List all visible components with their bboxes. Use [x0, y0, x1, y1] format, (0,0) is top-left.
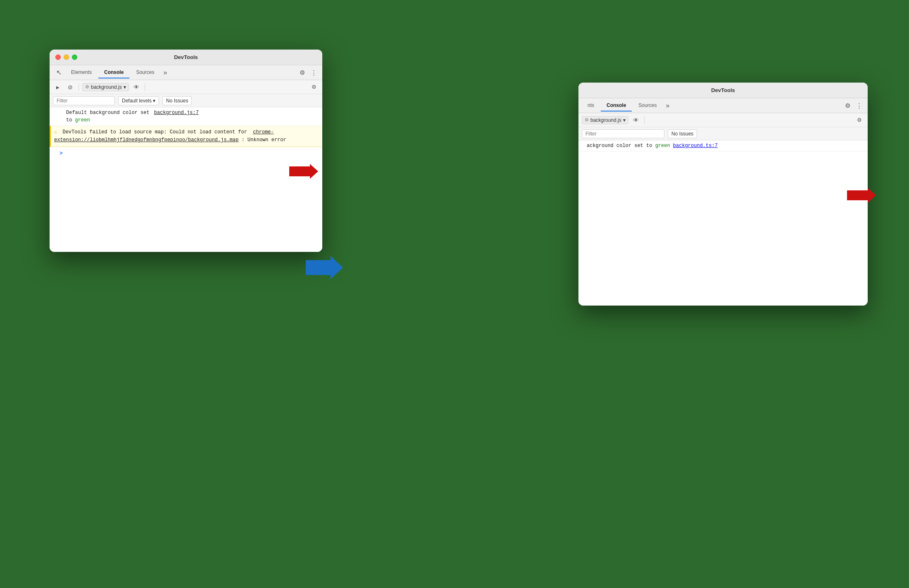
- run-button[interactable]: [53, 82, 63, 92]
- svg-marker-0: [289, 164, 318, 179]
- eye-icon: 👁: [133, 84, 139, 90]
- play-icon: [56, 84, 59, 90]
- tab-elements[interactable]: Elements: [65, 67, 98, 78]
- traffic-lights: [55, 55, 77, 60]
- tab-sources[interactable]: Sources: [130, 67, 160, 78]
- log-text-to: to: [66, 116, 75, 124]
- maximize-button[interactable]: [72, 55, 77, 60]
- toolbar-divider-2: [145, 83, 145, 91]
- clear-button[interactable]: [65, 82, 75, 92]
- left-console-content: Default background color set background.…: [50, 107, 322, 252]
- warning-icon: ⚠: [54, 129, 57, 135]
- issues-label: No Issues: [166, 98, 188, 104]
- left-filterbar: Default levels No Issues: [50, 94, 322, 107]
- right-file-name: background.js: [590, 117, 621, 123]
- scene: DevTools Elements Console Sources »: [0, 0, 909, 588]
- right-no-issues-button[interactable]: No Issues: [668, 129, 697, 138]
- right-log-green-word: green: [655, 142, 670, 149]
- right-log-link[interactable]: background.ts:7: [673, 142, 718, 149]
- right-console-log-entry: ackground color set to green background.…: [578, 140, 868, 152]
- left-toolbar: background.js 👁: [50, 80, 322, 94]
- right-tab-elements-partial[interactable]: nts: [582, 100, 600, 111]
- left-titlebar: DevTools: [50, 50, 322, 65]
- gear-icon-2: [312, 84, 316, 90]
- right-dots-icon: [856, 102, 862, 109]
- warning-text-before: DevTools failed to load source map: Coul…: [62, 129, 250, 135]
- right-file-selector[interactable]: background.js: [582, 116, 628, 124]
- blue-arrow-container: [306, 256, 343, 281]
- settings-button[interactable]: [297, 67, 307, 78]
- default-levels-button[interactable]: Default levels: [118, 96, 159, 105]
- levels-dropdown-icon: [153, 98, 155, 104]
- right-window-title: DevTools: [711, 87, 735, 93]
- right-console-content: ackground color set to green background.…: [578, 140, 868, 306]
- svg-marker-1: [306, 256, 343, 279]
- file-selector[interactable]: background.js: [82, 83, 129, 91]
- right-tabbar: nts Console Sources »: [578, 98, 868, 113]
- right-gear-icon-2: [857, 117, 862, 123]
- log-line-1: Default background color set background.…: [66, 109, 199, 116]
- levels-label: Default levels: [122, 98, 152, 104]
- right-eye-icon: 👁: [633, 117, 639, 123]
- right-eye-button[interactable]: 👁: [631, 115, 641, 125]
- ban-icon: [68, 84, 73, 90]
- red-arrow-right: [847, 188, 876, 204]
- warning-text-after: : Unknown error: [242, 137, 286, 143]
- log-text-before: Default background color set: [66, 109, 152, 116]
- right-toolbar: background.js 👁: [578, 113, 868, 127]
- cursor-icon: [56, 69, 62, 76]
- right-issues-label: No Issues: [671, 131, 693, 137]
- console-prompt[interactable]: >: [50, 147, 322, 160]
- toolbar-gear-button[interactable]: [309, 82, 319, 92]
- no-issues-button[interactable]: No Issues: [162, 96, 192, 105]
- right-dropdown-arrow-icon: [623, 117, 626, 123]
- right-file-cog-icon: [585, 117, 589, 123]
- right-titlebar: DevTools: [578, 83, 868, 98]
- inspect-element-button[interactable]: [53, 67, 64, 78]
- right-filterbar: No Issues: [578, 127, 868, 140]
- file-cog-icon: [85, 84, 89, 90]
- log-link-1[interactable]: background.js:7: [154, 109, 199, 116]
- file-name: background.js: [91, 84, 122, 90]
- filter-input[interactable]: [53, 96, 115, 105]
- right-devtools-window: DevTools nts Console Sources »: [578, 83, 868, 306]
- right-log-text-before: ackground color set to: [587, 142, 655, 149]
- right-settings-button[interactable]: [842, 100, 853, 111]
- left-tabbar: Elements Console Sources »: [50, 65, 322, 80]
- right-more-tabs-button[interactable]: »: [663, 102, 672, 109]
- svg-marker-2: [847, 188, 876, 203]
- tab-console[interactable]: Console: [98, 67, 129, 78]
- prompt-caret: >: [59, 150, 63, 156]
- right-tab-sources[interactable]: Sources: [633, 100, 662, 111]
- dropdown-arrow-icon: [124, 84, 126, 90]
- more-tabs-button[interactable]: »: [161, 69, 169, 76]
- console-warning-entry: ⚠ DevTools failed to load source map: Co…: [50, 126, 322, 147]
- console-log-entry-1: Default background color set background.…: [50, 107, 322, 126]
- toolbar-divider: [79, 83, 79, 91]
- log-line-2: to green: [66, 116, 90, 124]
- more-options-button[interactable]: [308, 67, 319, 78]
- close-button[interactable]: [55, 55, 61, 60]
- dots-icon: [311, 69, 317, 76]
- window-title: DevTools: [174, 54, 198, 60]
- right-toolbar-divider: [644, 116, 645, 124]
- gear-icon: [300, 69, 305, 76]
- right-tab-console[interactable]: Console: [601, 100, 632, 111]
- right-gear-icon: [845, 102, 850, 109]
- right-filter-input[interactable]: [582, 129, 664, 138]
- red-arrow-left: [289, 164, 318, 180]
- log-green-word: green: [75, 116, 90, 124]
- minimize-button[interactable]: [64, 55, 69, 60]
- right-more-options-button[interactable]: [854, 100, 864, 111]
- eye-button[interactable]: 👁: [131, 82, 141, 92]
- right-toolbar-gear-button[interactable]: [854, 115, 864, 125]
- left-devtools-window: DevTools Elements Console Sources »: [50, 50, 322, 252]
